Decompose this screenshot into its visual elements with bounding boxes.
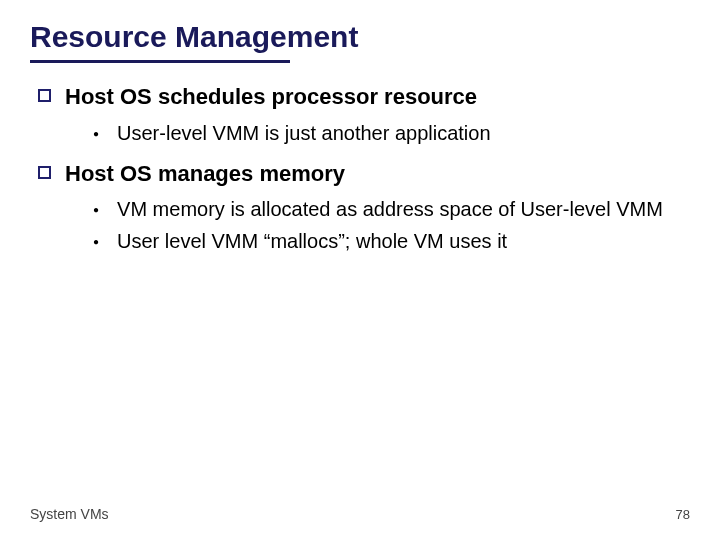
sub-list: ● User-level VMM is just another applica… [38, 120, 690, 146]
title-underline [30, 60, 290, 63]
sub-list: ● VM memory is allocated as address spac… [38, 196, 690, 254]
sub-bullet-text: User level VMM “mallocs”; whole VM uses … [117, 228, 507, 254]
bullet-item: Host OS manages memory [38, 160, 690, 189]
square-bullet-icon [38, 166, 51, 179]
slide-content: Host OS schedules processor resource ● U… [30, 83, 690, 254]
slide-footer: System VMs 78 [30, 506, 690, 522]
sub-bullet-text: User-level VMM is just another applicati… [117, 120, 491, 146]
page-number: 78 [676, 507, 690, 522]
bullet-text: Host OS manages memory [65, 160, 345, 189]
footer-source: System VMs [30, 506, 109, 522]
dot-bullet-icon: ● [93, 204, 99, 215]
bullet-item: Host OS schedules processor resource [38, 83, 690, 112]
square-bullet-icon [38, 89, 51, 102]
sub-bullet-item: ● User level VMM “mallocs”; whole VM use… [93, 228, 690, 254]
sub-bullet-item: ● User-level VMM is just another applica… [93, 120, 690, 146]
slide-title: Resource Management [30, 20, 690, 54]
dot-bullet-icon: ● [93, 236, 99, 247]
sub-bullet-text: VM memory is allocated as address space … [117, 196, 663, 222]
bullet-text: Host OS schedules processor resource [65, 83, 477, 112]
dot-bullet-icon: ● [93, 128, 99, 139]
sub-bullet-item: ● VM memory is allocated as address spac… [93, 196, 690, 222]
